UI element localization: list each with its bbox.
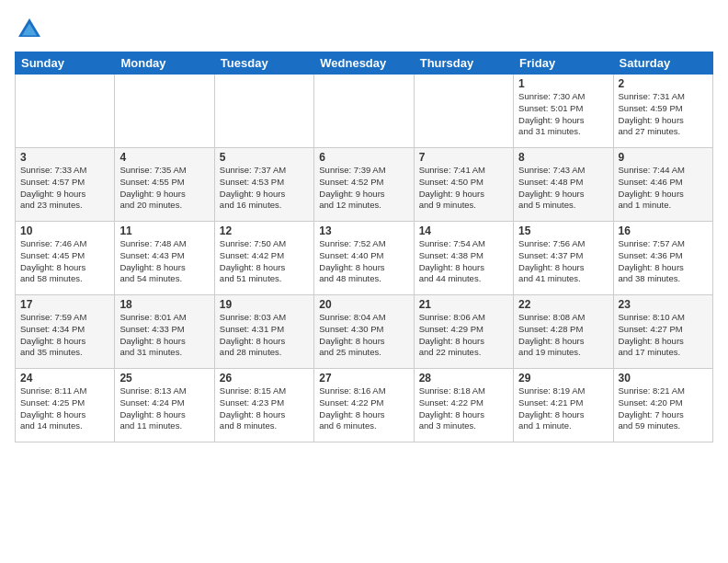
- day-number: 20: [319, 298, 408, 311]
- calendar-cell: [115, 75, 214, 148]
- day-info: Sunrise: 8:03 AM Sunset: 4:31 PM Dayligh…: [220, 312, 309, 359]
- day-number: 2: [619, 77, 708, 90]
- weekday-header-saturday: Saturday: [613, 52, 712, 75]
- logo: [15, 15, 48, 44]
- day-info: Sunrise: 7:54 AM Sunset: 4:38 PM Dayligh…: [419, 238, 508, 285]
- day-number: 12: [220, 224, 309, 237]
- day-number: 9: [619, 151, 708, 164]
- calendar-cell: 3Sunrise: 7:33 AM Sunset: 4:57 PM Daylig…: [16, 148, 115, 222]
- calendar-cell: 6Sunrise: 7:39 AM Sunset: 4:52 PM Daylig…: [314, 148, 414, 222]
- calendar-cell: 7Sunrise: 7:41 AM Sunset: 4:50 PM Daylig…: [414, 148, 513, 222]
- day-info: Sunrise: 7:37 AM Sunset: 4:53 PM Dayligh…: [220, 165, 309, 212]
- day-number: 5: [220, 151, 309, 164]
- calendar-cell: 12Sunrise: 7:50 AM Sunset: 4:42 PM Dayli…: [214, 222, 313, 295]
- day-number: 8: [518, 151, 608, 164]
- day-info: Sunrise: 8:10 AM Sunset: 4:27 PM Dayligh…: [619, 312, 708, 359]
- day-info: Sunrise: 8:19 AM Sunset: 4:21 PM Dayligh…: [518, 385, 608, 432]
- calendar-cell: [214, 75, 313, 148]
- day-info: Sunrise: 7:50 AM Sunset: 4:42 PM Dayligh…: [220, 238, 309, 285]
- calendar-cell: [314, 75, 414, 148]
- weekday-header-sunday: Sunday: [16, 52, 115, 75]
- day-number: 17: [20, 298, 109, 311]
- calendar-cell: 4Sunrise: 7:35 AM Sunset: 4:55 PM Daylig…: [115, 148, 214, 222]
- day-number: 29: [518, 372, 608, 385]
- calendar-cell: 20Sunrise: 8:04 AM Sunset: 4:30 PM Dayli…: [314, 295, 414, 369]
- calendar-cell: 21Sunrise: 8:06 AM Sunset: 4:29 PM Dayli…: [414, 295, 513, 369]
- calendar-cell: 10Sunrise: 7:46 AM Sunset: 4:45 PM Dayli…: [16, 222, 115, 295]
- day-number: 3: [20, 151, 109, 164]
- day-info: Sunrise: 7:57 AM Sunset: 4:36 PM Dayligh…: [619, 238, 708, 285]
- day-info: Sunrise: 8:08 AM Sunset: 4:28 PM Dayligh…: [518, 312, 608, 359]
- day-info: Sunrise: 7:39 AM Sunset: 4:52 PM Dayligh…: [319, 165, 408, 212]
- day-info: Sunrise: 7:56 AM Sunset: 4:37 PM Dayligh…: [518, 238, 608, 285]
- day-number: 16: [619, 224, 708, 237]
- calendar-cell: 15Sunrise: 7:56 AM Sunset: 4:37 PM Dayli…: [514, 222, 613, 295]
- day-info: Sunrise: 7:46 AM Sunset: 4:45 PM Dayligh…: [20, 238, 109, 285]
- calendar-cell: 24Sunrise: 8:11 AM Sunset: 4:25 PM Dayli…: [16, 369, 115, 442]
- day-info: Sunrise: 8:11 AM Sunset: 4:25 PM Dayligh…: [20, 385, 109, 432]
- calendar-cell: 29Sunrise: 8:19 AM Sunset: 4:21 PM Dayli…: [514, 369, 613, 442]
- week-row-2: 10Sunrise: 7:46 AM Sunset: 4:45 PM Dayli…: [16, 222, 713, 295]
- day-info: Sunrise: 7:35 AM Sunset: 4:55 PM Dayligh…: [119, 165, 209, 212]
- calendar-cell: 1Sunrise: 7:30 AM Sunset: 5:01 PM Daylig…: [514, 75, 613, 148]
- day-number: 22: [518, 298, 608, 311]
- calendar-table: SundayMondayTuesdayWednesdayThursdayFrid…: [15, 52, 713, 442]
- day-number: 25: [119, 372, 209, 385]
- calendar-cell: 16Sunrise: 7:57 AM Sunset: 4:36 PM Dayli…: [613, 222, 712, 295]
- calendar-cell: 5Sunrise: 7:37 AM Sunset: 4:53 PM Daylig…: [214, 148, 313, 222]
- day-info: Sunrise: 7:31 AM Sunset: 4:59 PM Dayligh…: [619, 91, 708, 138]
- calendar-cell: 28Sunrise: 8:18 AM Sunset: 4:22 PM Dayli…: [414, 369, 513, 442]
- day-number: 23: [619, 298, 708, 311]
- week-row-3: 17Sunrise: 7:59 AM Sunset: 4:34 PM Dayli…: [16, 295, 713, 369]
- day-info: Sunrise: 8:04 AM Sunset: 4:30 PM Dayligh…: [319, 312, 408, 359]
- day-number: 7: [419, 151, 508, 164]
- day-number: 14: [419, 224, 508, 237]
- day-info: Sunrise: 8:16 AM Sunset: 4:22 PM Dayligh…: [319, 385, 408, 432]
- calendar-cell: 26Sunrise: 8:15 AM Sunset: 4:23 PM Dayli…: [214, 369, 313, 442]
- week-row-4: 24Sunrise: 8:11 AM Sunset: 4:25 PM Dayli…: [16, 369, 713, 442]
- day-info: Sunrise: 7:30 AM Sunset: 5:01 PM Dayligh…: [518, 91, 608, 138]
- day-number: 1: [518, 77, 608, 90]
- calendar-cell: 18Sunrise: 8:01 AM Sunset: 4:33 PM Dayli…: [115, 295, 214, 369]
- day-info: Sunrise: 8:15 AM Sunset: 4:23 PM Dayligh…: [220, 385, 309, 432]
- day-number: 19: [220, 298, 309, 311]
- day-info: Sunrise: 8:01 AM Sunset: 4:33 PM Dayligh…: [119, 312, 209, 359]
- page: SundayMondayTuesdayWednesdayThursdayFrid…: [0, 0, 728, 454]
- day-number: 24: [20, 372, 109, 385]
- calendar-cell: [414, 75, 513, 148]
- calendar-cell: 11Sunrise: 7:48 AM Sunset: 4:43 PM Dayli…: [115, 222, 214, 295]
- calendar-cell: 25Sunrise: 8:13 AM Sunset: 4:24 PM Dayli…: [115, 369, 214, 442]
- day-number: 15: [518, 224, 608, 237]
- weekday-header-row: SundayMondayTuesdayWednesdayThursdayFrid…: [16, 52, 713, 75]
- calendar-cell: 27Sunrise: 8:16 AM Sunset: 4:22 PM Dayli…: [314, 369, 414, 442]
- day-info: Sunrise: 7:44 AM Sunset: 4:46 PM Dayligh…: [619, 165, 708, 212]
- day-info: Sunrise: 7:59 AM Sunset: 4:34 PM Dayligh…: [20, 312, 109, 359]
- calendar-cell: [16, 75, 115, 148]
- calendar-cell: 19Sunrise: 8:03 AM Sunset: 4:31 PM Dayli…: [214, 295, 313, 369]
- weekday-header-wednesday: Wednesday: [314, 52, 414, 75]
- calendar-cell: 30Sunrise: 8:21 AM Sunset: 4:20 PM Dayli…: [613, 369, 712, 442]
- day-number: 6: [319, 151, 408, 164]
- day-number: 11: [119, 224, 209, 237]
- day-number: 21: [419, 298, 508, 311]
- calendar-cell: 2Sunrise: 7:31 AM Sunset: 4:59 PM Daylig…: [613, 75, 712, 148]
- calendar-cell: 8Sunrise: 7:43 AM Sunset: 4:48 PM Daylig…: [514, 148, 613, 222]
- weekday-header-tuesday: Tuesday: [214, 52, 313, 75]
- week-row-0: 1Sunrise: 7:30 AM Sunset: 5:01 PM Daylig…: [16, 75, 713, 148]
- logo-icon: [15, 15, 44, 44]
- day-info: Sunrise: 7:43 AM Sunset: 4:48 PM Dayligh…: [518, 165, 608, 212]
- calendar-cell: 13Sunrise: 7:52 AM Sunset: 4:40 PM Dayli…: [314, 222, 414, 295]
- weekday-header-friday: Friday: [514, 52, 613, 75]
- day-number: 26: [220, 372, 309, 385]
- day-number: 28: [419, 372, 508, 385]
- day-number: 18: [119, 298, 209, 311]
- day-info: Sunrise: 8:21 AM Sunset: 4:20 PM Dayligh…: [619, 385, 708, 432]
- day-info: Sunrise: 8:13 AM Sunset: 4:24 PM Dayligh…: [119, 385, 209, 432]
- calendar-cell: 17Sunrise: 7:59 AM Sunset: 4:34 PM Dayli…: [16, 295, 115, 369]
- calendar-cell: 22Sunrise: 8:08 AM Sunset: 4:28 PM Dayli…: [514, 295, 613, 369]
- day-number: 4: [119, 151, 209, 164]
- week-row-1: 3Sunrise: 7:33 AM Sunset: 4:57 PM Daylig…: [16, 148, 713, 222]
- day-info: Sunrise: 7:52 AM Sunset: 4:40 PM Dayligh…: [319, 238, 408, 285]
- day-info: Sunrise: 8:18 AM Sunset: 4:22 PM Dayligh…: [419, 385, 508, 432]
- day-number: 10: [20, 224, 109, 237]
